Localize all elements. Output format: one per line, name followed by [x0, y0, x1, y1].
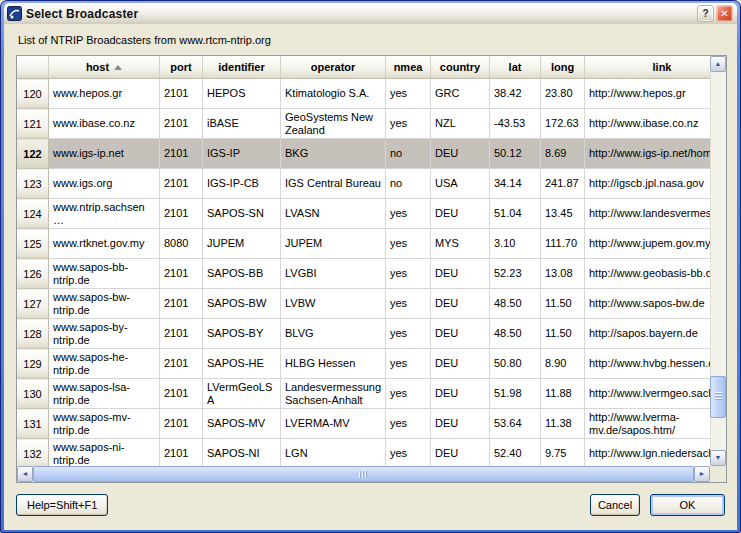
scroll-down-button[interactable]: ▼	[710, 450, 726, 466]
cell-country[interactable]: NZL	[431, 109, 490, 139]
cell-long[interactable]: 11.50	[541, 289, 585, 319]
cell-port[interactable]: 2101	[160, 349, 203, 379]
cell-identifier[interactable]: iBASE	[203, 109, 281, 139]
help-button[interactable]: Help=Shift+F1	[16, 494, 108, 516]
cell-long[interactable]: 241.87	[541, 169, 585, 199]
cell-host[interactable]: www.ibase.co.nz	[49, 109, 160, 139]
cancel-button[interactable]: Cancel	[590, 494, 640, 516]
cell-nmea[interactable]: yes	[386, 289, 431, 319]
cell-lat[interactable]: 53.64	[490, 409, 541, 439]
cell-nmea[interactable]: yes	[386, 109, 431, 139]
cell-link[interactable]: http://www.landesvermessu…	[585, 199, 711, 229]
table-row[interactable]: 127www.sapos-bw-ntrip.de2101SAPOS-BWLVBW…	[17, 289, 710, 319]
cell-country[interactable]: DEU	[431, 379, 490, 409]
cell-link[interactable]: http://www.geobasis-bb.de	[585, 259, 711, 289]
cell-link[interactable]: http://www.lverma-mv.de/sapos.htm/	[585, 409, 711, 439]
cell-port[interactable]: 2101	[160, 319, 203, 349]
column-header-nmea[interactable]: nmea	[386, 56, 431, 79]
cell-host[interactable]: www.hepos.gr	[49, 79, 160, 109]
cell-host[interactable]: www.sapos-bb-ntrip.de	[49, 259, 160, 289]
cell-link[interactable]: http://www.lvermgeo.sachs…	[585, 379, 711, 409]
cell-operator[interactable]: HLBG Hessen	[281, 349, 386, 379]
cell-lat[interactable]: 3.10	[490, 229, 541, 259]
cell-long[interactable]: 13.08	[541, 259, 585, 289]
cell-long[interactable]: 172.63	[541, 109, 585, 139]
cell-nmea[interactable]: yes	[386, 229, 431, 259]
scroll-right-button[interactable]: ►	[694, 466, 710, 482]
cell-operator[interactable]: Landesvermessung Sachsen-Anhalt	[281, 379, 386, 409]
scroll-left-button[interactable]: ◄	[17, 466, 33, 482]
cell-lat[interactable]: 48.50	[490, 289, 541, 319]
cell-lat[interactable]: 51.98	[490, 379, 541, 409]
row-number-header[interactable]: 125	[17, 229, 49, 259]
cell-country[interactable]: GRC	[431, 79, 490, 109]
table-row[interactable]: 126www.sapos-bb-ntrip.de2101SAPOS-BBLVGB…	[17, 259, 710, 289]
column-header-link[interactable]: link	[585, 56, 711, 79]
cell-nmea[interactable]: yes	[386, 379, 431, 409]
vertical-scrollbar-thumb[interactable]	[710, 376, 726, 418]
horizontal-scrollbar[interactable]: ◄ ►	[17, 466, 710, 482]
cell-nmea[interactable]: yes	[386, 199, 431, 229]
cell-nmea[interactable]: yes	[386, 439, 431, 467]
cell-identifier[interactable]: SAPOS-BB	[203, 259, 281, 289]
cell-operator[interactable]: LVERMA-MV	[281, 409, 386, 439]
column-header-lat[interactable]: lat	[490, 56, 541, 79]
cell-operator[interactable]: LVBW	[281, 289, 386, 319]
cell-operator[interactable]: LVGBI	[281, 259, 386, 289]
scroll-up-button[interactable]: ▲	[710, 56, 726, 72]
corner-header[interactable]	[17, 56, 49, 79]
cell-port[interactable]: 2101	[160, 109, 203, 139]
table-row[interactable]: 132www.sapos-ni-ntrip.de2101SAPOS-NILGNy…	[17, 439, 710, 467]
vertical-scrollbar[interactable]: ▲ ▼	[710, 56, 726, 466]
cell-lat[interactable]: 52.40	[490, 439, 541, 467]
cell-country[interactable]: DEU	[431, 259, 490, 289]
row-number-header[interactable]: 131	[17, 409, 49, 439]
column-header-long[interactable]: long	[541, 56, 585, 79]
cell-lat[interactable]: -43.53	[490, 109, 541, 139]
cell-operator[interactable]: BLVG	[281, 319, 386, 349]
cell-link[interactable]: http://www.hepos.gr	[585, 79, 711, 109]
column-header-port[interactable]: port	[160, 56, 203, 79]
cell-nmea[interactable]: no	[386, 169, 431, 199]
cell-nmea[interactable]: no	[386, 139, 431, 169]
cell-port[interactable]: 8080	[160, 229, 203, 259]
cell-host[interactable]: www.igs.org	[49, 169, 160, 199]
cell-identifier[interactable]: SAPOS-MV	[203, 409, 281, 439]
cell-link[interactable]: http://www.igs-ip.net/home	[585, 139, 711, 169]
cell-nmea[interactable]: yes	[386, 259, 431, 289]
cell-host[interactable]: www.sapos-mv-ntrip.de	[49, 409, 160, 439]
cell-port[interactable]: 2101	[160, 439, 203, 467]
cell-port[interactable]: 2101	[160, 169, 203, 199]
table-row[interactable]: 130www.sapos-lsa-ntrip.de2101LVermGeoLSA…	[17, 379, 710, 409]
row-number-header[interactable]: 128	[17, 319, 49, 349]
cell-country[interactable]: DEU	[431, 319, 490, 349]
table-row[interactable]: 123www.igs.org2101IGS-IP-CBIGS Central B…	[17, 169, 710, 199]
cell-country[interactable]: MYS	[431, 229, 490, 259]
cell-country[interactable]: USA	[431, 169, 490, 199]
cell-country[interactable]: DEU	[431, 139, 490, 169]
cell-link[interactable]: http://www.ibase.co.nz	[585, 109, 711, 139]
cell-operator[interactable]: JUPEM	[281, 229, 386, 259]
row-number-header[interactable]: 121	[17, 109, 49, 139]
cell-port[interactable]: 2101	[160, 199, 203, 229]
cell-host[interactable]: www.sapos-bw-ntrip.de	[49, 289, 160, 319]
cell-identifier[interactable]: SAPOS-BW	[203, 289, 281, 319]
cell-country[interactable]: DEU	[431, 439, 490, 467]
horizontal-scrollbar-thumb[interactable]	[33, 466, 694, 482]
cell-link[interactable]: http://www.lgn.niedersachs…	[585, 439, 711, 467]
cell-link[interactable]: http://www.jupem.gov.my/s…	[585, 229, 711, 259]
table-row[interactable]: 121www.ibase.co.nz2101iBASEGeoSystems Ne…	[17, 109, 710, 139]
cell-operator[interactable]: IGS Central Bureau	[281, 169, 386, 199]
cell-identifier[interactable]: LVermGeoLSA	[203, 379, 281, 409]
cell-long[interactable]: 8.90	[541, 349, 585, 379]
titlebar[interactable]: Select Broadcaster ? ✕	[4, 3, 737, 24]
cell-nmea[interactable]: yes	[386, 79, 431, 109]
row-number-header[interactable]: 126	[17, 259, 49, 289]
cell-host[interactable]: www.ntrip.sachsen…	[49, 199, 160, 229]
cell-country[interactable]: DEU	[431, 409, 490, 439]
column-header-host[interactable]: host	[49, 56, 160, 79]
row-number-header[interactable]: 123	[17, 169, 49, 199]
cell-identifier[interactable]: HEPOS	[203, 79, 281, 109]
cell-identifier[interactable]: SAPOS-BY	[203, 319, 281, 349]
close-button[interactable]: ✕	[716, 5, 733, 22]
